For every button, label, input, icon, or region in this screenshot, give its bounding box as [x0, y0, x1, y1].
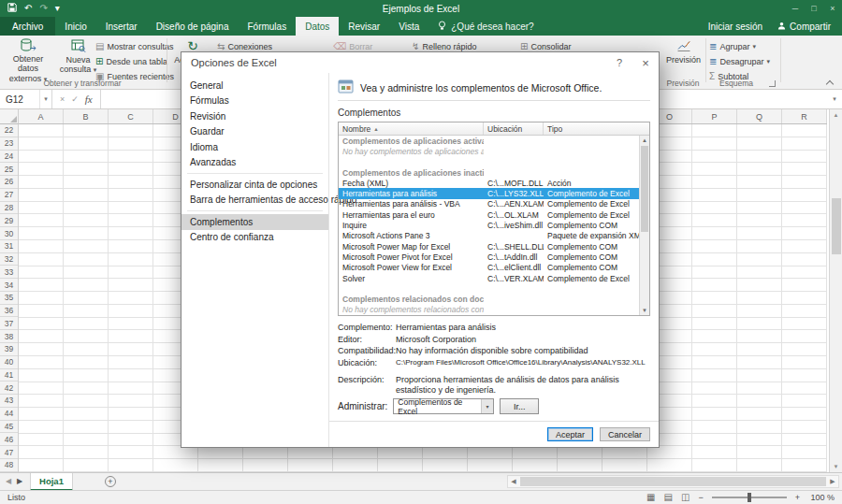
zoom-slider-thumb[interactable] — [748, 493, 751, 502]
zoom-in-button[interactable]: + — [795, 493, 800, 502]
tab-inicio[interactable]: Inicio — [55, 17, 95, 36]
normal-view-icon[interactable]: ▦ — [646, 493, 655, 502]
addin-row-0[interactable]: Complementos de aplicaciones activas — [339, 136, 639, 146]
row-header-33[interactable]: 33 — [0, 266, 18, 279]
column-header-tipo[interactable]: Tipo — [544, 122, 649, 135]
column-header-b[interactable]: B — [64, 109, 109, 123]
maximize-button[interactable]: □ — [805, 4, 823, 13]
from-table-button[interactable]: ⊞ Desde una tabla — [95, 55, 167, 67]
scroll-up-icon[interactable]: ▲ — [830, 112, 842, 118]
options-nav-guardar[interactable]: Guardar — [181, 124, 328, 140]
cancel-button[interactable]: Cancelar — [600, 427, 650, 441]
page-break-view-icon[interactable]: ◫ — [681, 493, 690, 502]
row-header-24[interactable]: 24 — [0, 151, 18, 164]
options-nav-centro-de-confianza[interactable]: Centro de confianza — [181, 230, 328, 246]
row-header-28[interactable]: 28 — [0, 202, 18, 215]
scroll-down-icon[interactable]: ▼ — [830, 464, 842, 469]
addin-row-12[interactable]: Microsoft Power View for ExcelC:\...elCl… — [339, 263, 639, 273]
addin-row-11[interactable]: Microsoft Power Pivot for ExcelC:\...tAd… — [339, 252, 639, 262]
tell-me[interactable]: ¿Qué desea hacer? — [428, 17, 543, 36]
vertical-scrollbar[interactable]: ▲ ▼ — [829, 109, 842, 472]
row-header-27[interactable]: 27 — [0, 189, 18, 202]
name-box-dropdown-icon[interactable]: ▾ — [39, 90, 51, 108]
sheet-tab-hoja1[interactable]: Hoja1 — [30, 473, 73, 491]
tab-dise-o-de-p-gina[interactable]: Diseño de página — [147, 17, 239, 36]
outline-dialog-launcher-icon[interactable] — [769, 80, 776, 87]
collapse-ribbon-icon[interactable] — [826, 80, 834, 88]
show-queries-button[interactable]: ▤ Mostrar consultas — [95, 40, 173, 52]
ungroup-button[interactable]: ≣ Desagrupar ▾ — [709, 55, 770, 67]
dialog-title-bar[interactable]: Opciones de Excel ? × — [181, 52, 659, 73]
addin-row-5[interactable]: Herramientas para análisisC:\...LYS32.XL… — [339, 188, 639, 198]
scroll-right-icon[interactable]: ▶ — [827, 478, 838, 485]
options-nav-revisi-n[interactable]: Revisión — [181, 108, 328, 124]
column-header-a[interactable]: A — [19, 109, 64, 123]
scroll-up-icon[interactable]: ▲ — [640, 137, 649, 143]
row-header-39[interactable]: 39 — [0, 343, 18, 356]
options-nav-avanzadas[interactable]: Avanzadas — [181, 155, 328, 171]
options-nav-personalizar-cinta-de-opciones[interactable]: Personalizar cinta de opciones — [181, 177, 328, 193]
name-box[interactable]: G12 ▾ — [0, 90, 52, 108]
sheet-nav-left-icon[interactable]: ◀ — [6, 477, 11, 485]
addin-row-4[interactable]: Fecha (XML)C:\...MOFL.DLLAcción — [339, 178, 639, 188]
addin-row-3[interactable]: Complementos de aplicaciones inactivas — [339, 167, 639, 178]
new-query-button[interactable]: Nueva consulta ▾ — [56, 37, 100, 79]
options-nav-general[interactable]: General — [181, 78, 328, 94]
row-header-40[interactable]: 40 — [0, 356, 18, 369]
column-header-r[interactable]: R — [782, 109, 827, 123]
sign-in-link[interactable]: Iniciar sesión — [708, 22, 762, 32]
row-header-35[interactable]: 35 — [0, 292, 18, 305]
scroll-down-icon[interactable]: ▼ — [640, 308, 649, 313]
column-header-p[interactable]: P — [692, 109, 737, 123]
column-header-ubicacion[interactable]: Ubicación — [484, 122, 544, 135]
row-header-44[interactable]: 44 — [0, 408, 18, 421]
qat-customize-icon[interactable]: ▾ — [55, 4, 60, 13]
add-sheet-button[interactable]: + — [105, 476, 116, 487]
row-header-30[interactable]: 30 — [0, 227, 18, 240]
addin-row-7[interactable]: Herramientas para el euroC:\...OL.XLAMCo… — [339, 209, 639, 220]
addin-row-16[interactable]: No hay complementos relacionados con doc… — [339, 305, 639, 315]
column-header-nombre[interactable]: Nombre▲ — [339, 122, 484, 135]
row-header-45[interactable]: 45 — [0, 421, 18, 434]
tab-f-rmulas[interactable]: Fórmulas — [238, 17, 296, 36]
get-external-data-button[interactable]: Obtener datos externos ▾ — [3, 37, 53, 79]
redo-icon[interactable]: ↷ — [39, 4, 47, 13]
zoom-percentage[interactable]: 100 % — [808, 493, 835, 502]
scroll-left-icon[interactable]: ◀ — [508, 478, 519, 485]
select-all-button[interactable] — [0, 109, 19, 124]
row-header-42[interactable]: 42 — [0, 382, 18, 395]
row-header-26[interactable]: 26 — [0, 176, 18, 189]
forecast-sheet-button[interactable]: Previsión — [661, 37, 705, 79]
page-layout-view-icon[interactable]: ▤ — [664, 493, 673, 502]
addin-row-8[interactable]: InquireC:\...iveShim.dllComplemento COM — [339, 220, 639, 230]
sheet-nav-right-icon[interactable]: ▶ — [17, 477, 22, 485]
row-header-31[interactable]: 31 — [0, 240, 18, 253]
zoom-out-button[interactable]: − — [698, 493, 703, 502]
column-header-c[interactable]: C — [109, 109, 153, 123]
row-header-37[interactable]: 37 — [0, 317, 18, 330]
group-button[interactable]: ≣ Agrupar ▾ — [709, 40, 756, 52]
window-close-button[interactable]: × — [823, 4, 842, 13]
row-header-22[interactable]: 22 — [0, 124, 18, 137]
addin-row-15[interactable]: Complementos relacionados con documentos — [339, 294, 639, 304]
options-nav-barra-de-herramientas-de-acceso-r-pido[interactable]: Barra de herramientas de acceso rápido — [181, 193, 328, 209]
tab-vista[interactable]: Vista — [389, 17, 428, 36]
cancel-entry-icon[interactable]: × — [60, 94, 65, 104]
insert-function-icon[interactable]: fx — [85, 94, 93, 105]
zoom-slider[interactable] — [712, 497, 787, 498]
save-icon[interactable] — [7, 3, 17, 14]
row-header-34[interactable]: 34 — [0, 279, 18, 292]
tab-insertar[interactable]: Insertar — [96, 17, 147, 36]
row-header-43[interactable]: 43 — [0, 395, 18, 408]
options-nav-complementos[interactable]: Complementos — [181, 214, 328, 230]
row-header-41[interactable]: 41 — [0, 369, 18, 382]
addins-table-scrollbar[interactable]: ▲ ▼ — [639, 136, 649, 315]
vertical-scroll-thumb[interactable] — [832, 198, 841, 254]
confirm-entry-icon[interactable]: ✓ — [71, 94, 79, 104]
dialog-close-button[interactable]: × — [632, 52, 659, 73]
row-header-36[interactable]: 36 — [0, 305, 18, 318]
addin-row-6[interactable]: Herramientas para análisis - VBAC:\...AE… — [339, 199, 639, 209]
tab-archivo[interactable]: Archivo — [0, 17, 55, 36]
addin-row-10[interactable]: Microsoft Power Map for ExcelC:\...SHELL… — [339, 241, 639, 252]
addin-row-1[interactable]: No hay complementos de aplicaciones acti… — [339, 146, 639, 156]
